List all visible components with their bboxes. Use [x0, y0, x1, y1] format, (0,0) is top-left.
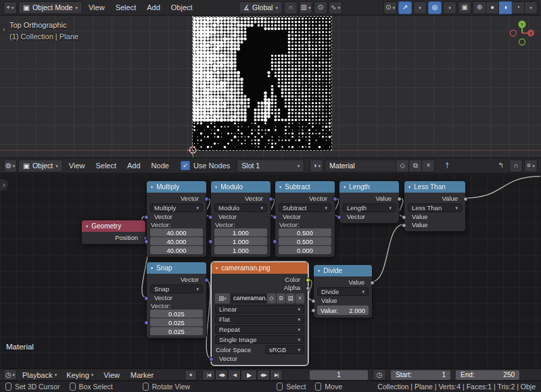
value-socket[interactable] [306, 286, 310, 291]
number-field[interactable]: 1.000 [214, 246, 267, 254]
vector-socket[interactable] [273, 215, 277, 220]
number-field[interactable]: 1.000 [214, 237, 267, 245]
value-socket[interactable] [402, 215, 406, 220]
image-browse-button[interactable]: ▨▾ [215, 293, 230, 303]
auto-keying-button[interactable]: ● [185, 370, 197, 381]
node-header[interactable]: ▾cameraman.png [212, 262, 308, 274]
pin-button[interactable]: † [440, 160, 454, 172]
transform-orientation-select[interactable]: ∡ Global ▾ [239, 1, 283, 14]
number-field[interactable]: 0.025 [150, 327, 203, 335]
operation-select[interactable]: Divide▾ [317, 287, 369, 296]
node-cameraman-png[interactable]: ▾cameraman.pngColorAlpha▨▾cameraman.png◇… [211, 262, 308, 366]
mode-select[interactable]: ▣ Object Mode ▾ [18, 1, 83, 14]
node-header[interactable]: ▾Length [339, 181, 399, 193]
menu-add[interactable]: Add [142, 3, 165, 11]
menu-select[interactable]: Select [91, 162, 121, 170]
proportional-edit-toggle[interactable]: ⊙ [314, 1, 327, 14]
material-name-field[interactable]: Material [325, 160, 396, 172]
vector-socket[interactable] [268, 197, 273, 201]
shading-rendered-button[interactable]: ◔ [512, 1, 525, 14]
viewport-3d[interactable]: Top Orthographic (1) Collection | Plane … [0, 16, 541, 157]
color-socket[interactable] [306, 278, 310, 283]
shading-wireframe-button[interactable]: ⊕ [473, 1, 486, 14]
node-header[interactable]: ▾Snap [147, 262, 206, 274]
number-field[interactable]: 40.000 [150, 228, 203, 237]
node-editor-canvas[interactable]: › Material ▾GeometryPosition▾MultiplyVec… [0, 174, 541, 368]
material-browse-button[interactable]: ◑ ▾ [310, 160, 323, 172]
plane-object[interactable] [192, 16, 332, 151]
collapse-icon[interactable]: ▾ [151, 185, 153, 190]
number-field[interactable]: 0.025 [150, 310, 203, 318]
collapse-icon[interactable]: ▾ [279, 185, 281, 190]
number-field[interactable]: 40.000 [150, 246, 203, 254]
node-multiply[interactable]: ▾MultiplyVectorMultiply▾VectorVector:40.… [146, 180, 207, 258]
shading-material-button[interactable]: ◑ [499, 1, 512, 14]
slot-select[interactable]: Slot 1 ▾ [237, 160, 304, 172]
node-header[interactable]: ▾Geometry [82, 220, 145, 232]
vector-socket[interactable] [208, 239, 213, 244]
vector-socket[interactable] [273, 239, 277, 244]
vector-socket[interactable] [209, 357, 214, 362]
unlink-material-button[interactable]: × [422, 160, 435, 172]
open-image-button[interactable]: ▤ [286, 293, 295, 303]
operation-select[interactable]: Multiply▾ [150, 203, 203, 212]
vector-socket[interactable] [204, 197, 209, 201]
image-name-field[interactable]: cameraman.png [231, 293, 266, 303]
value-field[interactable]: Value:2.000 [317, 305, 369, 315]
color-space-select[interactable]: sRGB▾ [265, 345, 304, 354]
overlays-toggle[interactable]: ◎ [428, 1, 442, 14]
vector-socket[interactable] [337, 215, 342, 220]
operation-select[interactable]: Flat▾ [215, 315, 304, 324]
play-button[interactable]: ▶ [241, 370, 257, 381]
menu-keying[interactable]: Keying ▾ [62, 371, 97, 379]
collapse-icon[interactable]: ▾ [86, 224, 88, 229]
snap-toggle[interactable]: ∩ [284, 1, 298, 14]
node-geometry[interactable]: ▾GeometryPosition [81, 220, 146, 245]
node-header[interactable]: ▾Modulo [211, 181, 270, 193]
node-header[interactable]: ▾Divide [314, 265, 372, 276]
menu-select[interactable]: Select [111, 3, 141, 11]
operation-select[interactable]: Subtract▾ [279, 203, 331, 212]
number-field[interactable]: 0.000 [279, 246, 331, 254]
number-field[interactable]: 40.000 [150, 237, 203, 245]
shading-solid-button[interactable]: ● [486, 1, 499, 14]
value-socket[interactable] [311, 308, 316, 313]
shader-type-select[interactable]: ▣ Object ▾ [18, 160, 63, 172]
menu-view[interactable]: View [84, 3, 110, 11]
prev-keyframe-button[interactable]: ◀◆ [215, 370, 228, 381]
jump-to-start-button[interactable]: |◀ [202, 370, 215, 381]
value-socket[interactable] [463, 197, 468, 201]
fake-user-button[interactable]: ◇ [267, 293, 276, 303]
duplicate-button[interactable]: ⧉ [277, 293, 285, 303]
operation-select[interactable]: Less Than▾ [408, 203, 462, 212]
vector-socket[interactable] [144, 239, 149, 244]
value-socket[interactable] [370, 280, 375, 285]
falloff-select[interactable]: ∿ ▾ [329, 1, 342, 14]
gizmo-settings-button[interactable]: ▾ [413, 1, 427, 14]
editor-type-button[interactable]: ◍ ▾ [3, 160, 17, 172]
node-link[interactable] [465, 176, 540, 198]
menu-marker[interactable]: Marker [126, 371, 158, 379]
number-field[interactable]: 1.000 [214, 228, 267, 237]
collapse-icon[interactable]: ▾ [408, 185, 410, 190]
operation-select[interactable]: Modulo▾ [214, 203, 267, 212]
gizmo-toggle[interactable]: ↗ [398, 1, 412, 14]
object-visibility-button[interactable]: ⊙ ▾ [383, 1, 397, 14]
collapse-icon[interactable]: ▾ [344, 185, 346, 190]
number-field[interactable]: 0.500 [279, 237, 331, 245]
vector-socket[interactable] [208, 215, 213, 220]
gizmo-neg-y-axis[interactable] [519, 39, 525, 45]
menu-view[interactable]: View [99, 371, 124, 379]
operation-select[interactable]: Linear▾ [215, 305, 304, 314]
unlink-button[interactable]: × [296, 293, 304, 303]
use-nodes-checkbox[interactable]: ✓ [181, 161, 190, 170]
editor-type-button[interactable]: ◷ ▾ [3, 369, 17, 381]
play-reverse-button[interactable]: ◀ [228, 370, 241, 381]
vector-socket[interactable] [144, 215, 149, 220]
editor-type-button[interactable]: ⌖ ▾ [3, 1, 17, 14]
menu-playback[interactable]: Playback ▾ [18, 371, 61, 379]
snap-settings-button[interactable]: ▥ ▾ [299, 1, 312, 14]
node-divide[interactable]: ▾DivideValueDivide▾ValueValue:2.000 [313, 264, 373, 318]
menu-node[interactable]: Node [147, 162, 174, 170]
vector-socket[interactable] [144, 320, 149, 325]
